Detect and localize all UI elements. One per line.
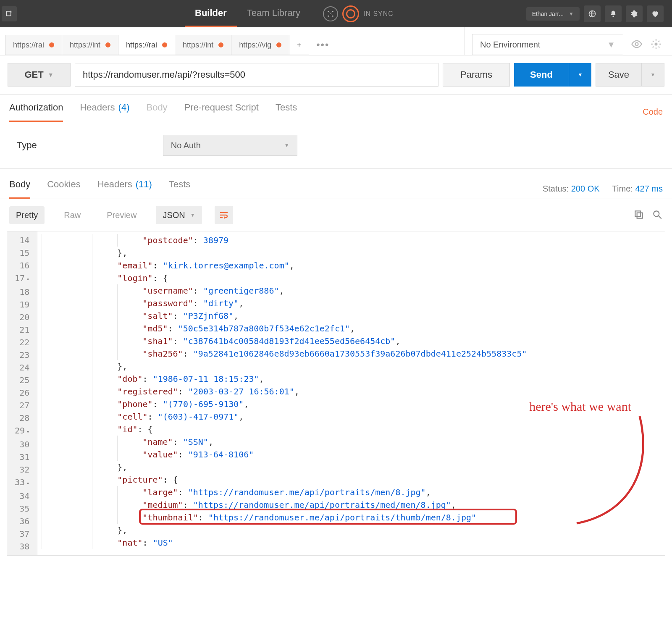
user-name-label: Ethan Jarr... xyxy=(532,11,564,17)
request-tab[interactable]: https://rai xyxy=(118,35,175,55)
save-button[interactable]: Save xyxy=(596,63,642,87)
send-button[interactable]: Send xyxy=(514,63,569,87)
auth-type-select[interactable]: No Auth ▼ xyxy=(163,135,297,156)
tab-headers-label: Headers xyxy=(80,102,115,113)
manage-env-button[interactable] xyxy=(650,38,662,51)
params-button[interactable]: Params xyxy=(443,63,510,87)
chevron-down-icon: ▼ xyxy=(190,212,195,218)
chevron-down-icon: ▼ xyxy=(651,72,656,78)
code-body: "postcode": 38979},"email": "kirk.torres… xyxy=(37,231,665,555)
code-link[interactable]: Code xyxy=(643,107,663,117)
view-preview[interactable]: Preview xyxy=(100,206,143,224)
time-meta: Time: 427 ms xyxy=(612,184,663,194)
tab-headers[interactable]: Headers (4) xyxy=(80,102,129,122)
svg-point-15 xyxy=(654,211,659,216)
format-select[interactable]: JSON ▼ xyxy=(156,206,202,224)
tab-overflow-button[interactable]: ••• xyxy=(309,39,337,51)
chevron-down-icon: ▼ xyxy=(48,71,54,78)
sync-status-text: IN SYNC xyxy=(363,10,394,18)
nav-team-library[interactable]: Team Library xyxy=(237,0,310,27)
response-view-toolbar: Pretty Raw Preview JSON ▼ xyxy=(0,199,672,231)
request-tab[interactable]: https://vig xyxy=(231,35,289,55)
unsaved-dot-icon xyxy=(105,42,110,47)
resp-tab-body[interactable]: Body xyxy=(9,179,30,199)
nav-builder[interactable]: Builder xyxy=(185,0,237,27)
url-input[interactable] xyxy=(83,69,430,80)
method-label: GET xyxy=(24,69,43,80)
svg-point-12 xyxy=(655,42,658,45)
search-response-button[interactable] xyxy=(652,209,663,221)
wrap-lines-button[interactable] xyxy=(215,206,233,224)
resp-headers-count: (11) xyxy=(136,179,152,190)
chevron-down-icon: ▼ xyxy=(284,142,289,148)
unsaved-dot-icon xyxy=(49,42,54,47)
line-number-gutter: 14151617▾181920212223242526272829▾303132… xyxy=(7,231,37,555)
sync-scope-icon[interactable] xyxy=(323,6,338,21)
request-section-tabs: Authorization Headers (4) Body Pre-reque… xyxy=(0,95,672,122)
request-tabs: https://raihttps://inthttps://raihttps:/… xyxy=(0,27,464,55)
view-pretty[interactable]: Pretty xyxy=(9,206,45,224)
svg-rect-13 xyxy=(637,213,643,218)
url-input-wrapper xyxy=(75,63,438,87)
svg-point-10 xyxy=(612,16,614,17)
tab-prerequest[interactable]: Pre-request Script xyxy=(184,102,259,122)
svg-rect-14 xyxy=(635,211,640,216)
format-label: JSON xyxy=(163,210,185,220)
resp-tab-tests[interactable]: Tests xyxy=(169,179,190,199)
headers-count: (4) xyxy=(118,102,130,113)
tab-label: https://int xyxy=(183,41,213,50)
resp-headers-label: Headers xyxy=(97,179,132,190)
svg-line-16 xyxy=(659,216,662,219)
new-tab-button[interactable]: + xyxy=(289,35,309,55)
save-dropdown[interactable]: ▼ xyxy=(642,63,664,87)
auth-row: Type No Auth ▼ xyxy=(0,122,672,169)
request-tab[interactable]: https://int xyxy=(62,35,118,55)
sync-logo-icon[interactable] xyxy=(342,5,359,22)
settings-button[interactable] xyxy=(626,5,643,22)
auth-type-label: Type xyxy=(17,140,37,151)
response-body-viewer[interactable]: 14151617▾181920212223242526272829▾303132… xyxy=(7,231,665,556)
tab-label: https://rai xyxy=(13,41,44,50)
tab-label: https://vig xyxy=(239,41,271,50)
status-meta: Status: 200 OK xyxy=(543,184,600,194)
response-section-tabs: Body Cookies Headers (11) Tests Status: … xyxy=(0,169,672,199)
tab-body[interactable]: Body xyxy=(146,102,167,122)
view-raw[interactable]: Raw xyxy=(57,206,87,224)
quick-look-button[interactable] xyxy=(631,38,643,51)
tab-authorization[interactable]: Authorization xyxy=(9,102,63,122)
request-tab[interactable]: https://int xyxy=(175,35,231,55)
notifications-button[interactable] xyxy=(605,5,622,22)
interceptor-button[interactable] xyxy=(584,5,601,22)
chevron-down-icon: ▼ xyxy=(607,40,615,50)
http-method-select[interactable]: GET ▼ xyxy=(8,63,71,87)
unsaved-dot-icon xyxy=(162,42,167,47)
user-menu[interactable]: Ethan Jarr... ▼ xyxy=(526,7,580,21)
svg-point-11 xyxy=(635,42,638,45)
auth-type-value: No Auth xyxy=(171,141,201,150)
resp-tab-headers[interactable]: Headers (11) xyxy=(97,179,152,199)
environment-label: No Environment xyxy=(480,40,540,50)
chevron-down-icon: ▼ xyxy=(578,72,583,78)
unsaved-dot-icon xyxy=(276,42,281,47)
chevron-down-icon: ▼ xyxy=(569,11,574,17)
tab-label: https://int xyxy=(70,41,100,50)
unsaved-dot-icon xyxy=(218,42,223,47)
feedback-button[interactable] xyxy=(647,5,664,22)
workspace-header: https://raihttps://inthttps://raihttps:/… xyxy=(0,27,672,55)
request-tab[interactable]: https://rai xyxy=(5,35,62,55)
resp-tab-cookies[interactable]: Cookies xyxy=(47,179,80,199)
tab-tests[interactable]: Tests xyxy=(276,102,297,122)
send-dropdown[interactable]: ▼ xyxy=(569,63,591,87)
copy-response-button[interactable] xyxy=(633,209,644,221)
environment-select[interactable]: No Environment ▼ xyxy=(472,34,623,55)
app-topbar: Builder Team Library IN SYNC Ethan Jarr.… xyxy=(0,0,672,27)
new-window-button[interactable] xyxy=(2,6,17,21)
request-bar: GET ▼ Params Send ▼ Save ▼ xyxy=(0,55,672,95)
tab-label: https://rai xyxy=(126,41,157,50)
